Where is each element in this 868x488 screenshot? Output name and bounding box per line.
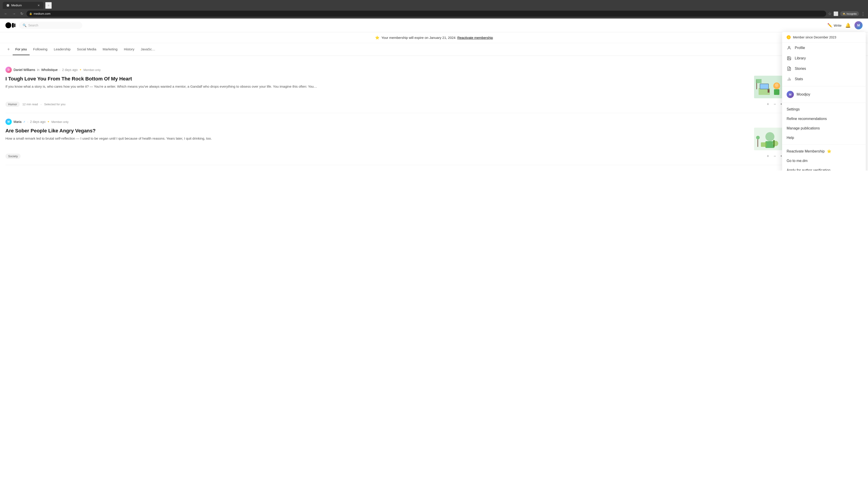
- article-meta-2: M Maria ✓ · 2 days ago ✦ Member-only: [5, 119, 786, 125]
- star-icon[interactable]: ☆: [828, 11, 832, 16]
- member-only-label: Member-only: [84, 68, 101, 72]
- dropdown-library-item[interactable]: Library: [782, 53, 866, 64]
- svg-rect-18: [765, 141, 774, 148]
- user-name-dropdown: Moodjoy: [797, 92, 810, 96]
- dropdown-stats-item[interactable]: Stats: [782, 74, 866, 84]
- secure-icon: 🔒: [29, 12, 32, 15]
- browser-menu-icon[interactable]: ⋮: [861, 11, 865, 17]
- article-footer: Humor 12 min read · Selected for you + −…: [5, 101, 786, 107]
- author-avatar: D: [5, 67, 12, 73]
- article-text: I Tough Love You From The Rock Bottom Of…: [5, 76, 750, 89]
- svg-point-17: [765, 132, 774, 141]
- tab-favicon: [6, 4, 9, 7]
- tab-view-icon[interactable]: ⬜: [833, 11, 838, 16]
- tab-leadership[interactable]: Leadership: [51, 43, 73, 55]
- incognito-label: Incognito: [846, 12, 857, 15]
- article-thumbnail: [754, 76, 786, 98]
- dropdown-stories-item[interactable]: Stories: [782, 64, 866, 74]
- search-placeholder: Search: [28, 24, 38, 27]
- tab-javascript-label: JavaSc…: [141, 47, 155, 51]
- hide-story-button-2[interactable]: −: [773, 153, 777, 160]
- tab-for-you[interactable]: For you: [13, 43, 30, 55]
- manage-label: Manage publications: [786, 126, 820, 130]
- article-footer-2: Society + − •••: [5, 153, 786, 160]
- author-name-2[interactable]: Maria: [13, 120, 22, 124]
- user-avatar-dropdown: M: [786, 91, 794, 98]
- dropdown-apply-item[interactable]: Apply for author verification: [782, 166, 866, 170]
- dropdown-reactivate-item[interactable]: Reactivate Membership ⭐: [782, 147, 866, 156]
- author-name[interactable]: Daniel Williams: [13, 68, 35, 72]
- svg-point-0: [7, 4, 9, 6]
- reactivate-label: Reactivate Membership: [786, 149, 825, 153]
- dropdown-settings-item[interactable]: Settings: [782, 105, 866, 114]
- svg-rect-2: [8, 5, 8, 6]
- article-tag[interactable]: Humor: [5, 102, 20, 107]
- selected-for-label: Selected for you: [44, 103, 66, 106]
- save-story-button[interactable]: +: [766, 101, 770, 107]
- article-title[interactable]: I Tough Love You From The Rock Bottom Of…: [5, 76, 750, 82]
- member-star-icon-2: ✦: [47, 120, 50, 123]
- tab-javascript[interactable]: JavaSc…: [138, 43, 158, 55]
- dot-2: ·: [27, 120, 28, 124]
- stats-label: Stats: [795, 77, 803, 81]
- member-status-icon: ⭐: [786, 35, 791, 39]
- article-excerpt: If you know what a story is, who cares h…: [5, 84, 750, 89]
- dropdown-help-item[interactable]: Help: [782, 133, 866, 142]
- tab-close-button[interactable]: ✕: [37, 4, 40, 7]
- reactivate-link[interactable]: Reactivate membership: [457, 36, 493, 39]
- url-text: medium.com: [34, 12, 51, 15]
- reload-button[interactable]: ↻: [19, 11, 25, 17]
- article-content-2: Are Sober People Like Angry Vegans? How …: [5, 128, 786, 150]
- article-meta: D Daniel Williams in Wholistique · 2 day…: [5, 67, 786, 73]
- svg-rect-15: [756, 79, 762, 83]
- library-label: Library: [795, 56, 806, 60]
- toolbar-right: ☆ ⬜ 🕵 Incognito ⋮: [828, 11, 865, 17]
- add-tab-button[interactable]: +: [5, 43, 12, 56]
- tab-title: Medium: [11, 4, 22, 7]
- library-icon: [786, 56, 792, 61]
- tab-for-you-label: For you: [16, 47, 27, 51]
- in-text: in: [37, 68, 39, 72]
- goto-label: Go to me.dm: [786, 159, 807, 163]
- save-story-button-2[interactable]: +: [766, 153, 770, 160]
- footer-dot: ·: [41, 103, 41, 106]
- profile-icon: [786, 45, 792, 51]
- article-thumbnail-2: [754, 128, 786, 150]
- user-dropdown-overlay: ⭐ Member since December 2023 Profile Lib…: [782, 19, 868, 170]
- svg-rect-21: [761, 142, 767, 147]
- tab-social-media[interactable]: Social Media: [74, 43, 99, 55]
- dropdown-goto-item[interactable]: Go to me.dm: [782, 156, 866, 166]
- author-avatar-2: M: [5, 119, 12, 125]
- address-bar[interactable]: 🔒 medium.com: [26, 11, 826, 17]
- dropdown-manage-item[interactable]: Manage publications: [782, 124, 866, 133]
- svg-point-23: [756, 136, 760, 139]
- dot-separator: ·: [59, 68, 60, 72]
- search-box[interactable]: 🔍 Search: [19, 22, 82, 29]
- tab-marketing[interactable]: Marketing: [100, 43, 120, 55]
- hide-story-button[interactable]: −: [773, 101, 777, 107]
- browser-chrome: Medium ✕ + ← → ↻ 🔒 medium.com ☆ ⬜ 🕵 Inco…: [0, 0, 868, 19]
- tab-following[interactable]: Following: [31, 43, 50, 55]
- new-tab-button[interactable]: +: [45, 2, 52, 9]
- article-title-2[interactable]: Are Sober People Like Angry Vegans?: [5, 128, 750, 134]
- active-tab[interactable]: Medium ✕: [3, 2, 43, 9]
- dropdown-profile-item[interactable]: Profile: [782, 43, 866, 53]
- stats-icon: [786, 76, 792, 82]
- svg-point-24: [788, 46, 790, 48]
- help-label: Help: [786, 136, 794, 140]
- publication-name[interactable]: Wholistique: [41, 68, 58, 72]
- dropdown-user-item[interactable]: M Moodjoy: [782, 88, 866, 101]
- tab-social-media-label: Social Media: [77, 47, 96, 51]
- svg-rect-9: [760, 84, 768, 89]
- user-dropdown-menu: ⭐ Member since December 2023 Profile Lib…: [782, 32, 866, 170]
- medium-header: 🔍 Search ✏️ Write 🔔 M: [0, 19, 868, 32]
- dropdown-refine-item[interactable]: Refine recommendations: [782, 114, 866, 124]
- article-tag-2[interactable]: Society: [5, 154, 21, 159]
- svg-rect-13: [768, 89, 770, 93]
- refine-label: Refine recommendations: [786, 117, 827, 121]
- medium-logo[interactable]: [5, 22, 16, 28]
- dropdown-member-header: ⭐ Member since December 2023: [782, 32, 866, 43]
- back-button[interactable]: ←: [3, 11, 9, 17]
- tab-history[interactable]: History: [121, 43, 137, 55]
- forward-button[interactable]: →: [11, 11, 17, 17]
